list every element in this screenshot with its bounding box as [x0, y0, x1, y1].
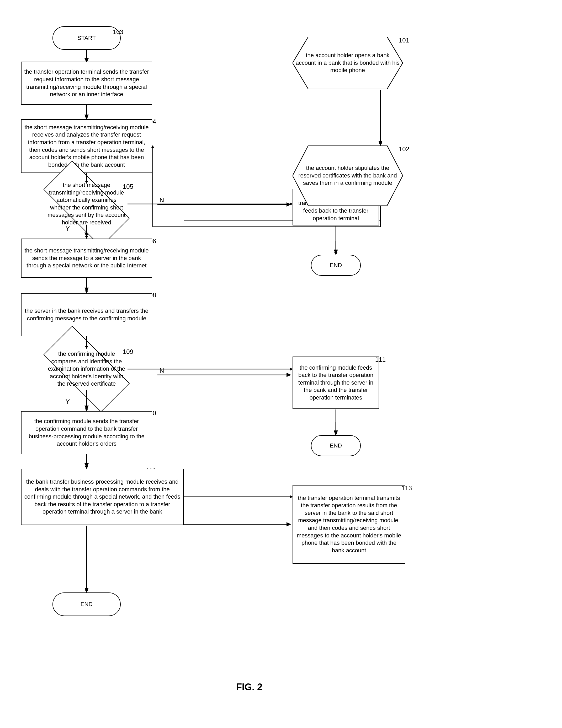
- node-105: the short message transmitting/receiving…: [44, 161, 130, 247]
- node-106: the short message transmitting/receiving…: [21, 239, 152, 278]
- svg-marker-37: [85, 116, 88, 119]
- svg-marker-7: [287, 202, 291, 207]
- figure-label: FIG. 2: [210, 682, 289, 693]
- svg-marker-15: [334, 250, 338, 254]
- y-label-105: Y: [66, 225, 70, 232]
- label-101: 101: [399, 37, 409, 44]
- node-103: the transfer operation terminal sends th…: [21, 62, 152, 105]
- label-111: 111: [375, 356, 386, 363]
- svg-marker-25: [287, 522, 291, 526]
- node-109: the confirming module compares and ident…: [44, 326, 130, 412]
- svg-marker-11: [84, 288, 89, 292]
- node-101: the account holder opens a bank account …: [293, 37, 403, 89]
- label-103: 103: [113, 28, 123, 36]
- svg-marker-21: [84, 463, 89, 468]
- diagram-container: START 103 the transfer operation termina…: [0, 0, 562, 728]
- svg-marker-27: [84, 588, 89, 592]
- node-110: the confirming module sends the transfer…: [21, 411, 152, 454]
- node-111: the confirming module feeds back to the …: [293, 357, 379, 409]
- n-label-105: N: [159, 197, 164, 204]
- start-node: START: [52, 26, 121, 50]
- svg-marker-3: [84, 115, 89, 119]
- node-113: the transfer operation terminal transmit…: [293, 485, 405, 564]
- svg-marker-19: [84, 406, 89, 410]
- node-102: the account holder stipulates the reserv…: [293, 145, 403, 206]
- label-113: 113: [402, 484, 412, 492]
- node-104: the short message transmitting/receiving…: [21, 119, 152, 173]
- svg-marker-29: [378, 141, 383, 145]
- end-node-3: END: [52, 592, 121, 616]
- y-label-109: Y: [66, 398, 70, 405]
- label-105: 105: [123, 183, 133, 190]
- end-node-2: END: [311, 435, 361, 456]
- n-label-109: N: [159, 367, 164, 374]
- svg-marker-17: [287, 373, 291, 377]
- svg-marker-23: [334, 430, 338, 435]
- label-102: 102: [399, 145, 409, 153]
- label-109: 109: [123, 348, 133, 355]
- node-108: the server in the bank receives and tran…: [21, 293, 152, 336]
- node-112: the bank transfer business-processing mo…: [21, 469, 184, 525]
- svg-marker-35: [85, 59, 88, 62]
- end-node-1: END: [311, 255, 361, 276]
